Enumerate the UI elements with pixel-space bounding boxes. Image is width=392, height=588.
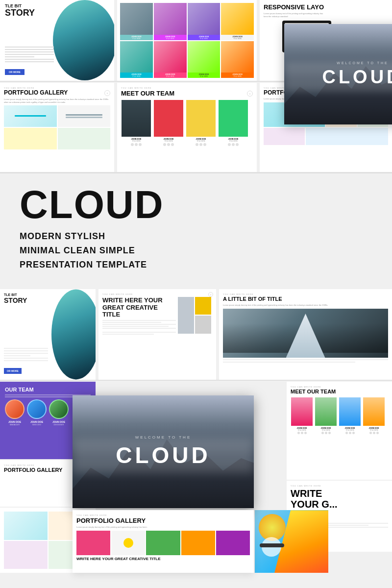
brand-desc: MODERN STYLISH MINIMAL CLEAN SIMPLE PRES… <box>20 229 372 271</box>
mt-right-members: JOHN DOE TITLE HERE JOHN DOE TITLE HERE <box>291 397 388 434</box>
pg-cell-1 <box>4 105 57 127</box>
pcb-desc: Lorem ipsum simply dummy text of the pri… <box>76 526 250 529</box>
pg-cell-4 <box>58 128 111 149</box>
pcb-sub-title: WRITE HERE YOUR GREAT CREATIVE TITLE <box>76 557 250 561</box>
creative-header: YOU CAN WRITE HERE <box>102 293 212 295</box>
mtr-m4: JOHN DOE TITLE HERE <box>363 397 385 434</box>
pcb-c5 <box>216 531 250 555</box>
brand-line3: PRESENTATION TEMPLATE <box>20 258 372 272</box>
bottom-story-btn[interactable]: OR MORE <box>4 368 22 374</box>
pcb-title: PORTFOLIO GALLERY <box>76 517 250 524</box>
pbc-c1 <box>4 512 48 540</box>
bottom-story-slide: TLE BIT Story OR MORE <box>0 289 96 380</box>
pcb-c1 <box>76 531 110 555</box>
portfolio-left-desc: Lorem ipsum simply dummy text of the pri… <box>4 98 110 103</box>
ourteam-title: OUR TEAM <box>5 387 91 392</box>
write-right-header: YOU CAN WRITE HERE <box>291 485 388 487</box>
preview-row1: TLE BIT Story OR MORE YOU CAN WRITE HERE <box>0 289 392 380</box>
team-member-4: JOHN DOE TITLE HERE <box>218 100 248 146</box>
bottom-story-lines <box>4 348 48 363</box>
portfolio-left-grid <box>4 105 110 149</box>
mt-right-header: YOU CAN WRITE HERE <box>291 386 388 388</box>
team-member-2: JOHN DOE TITLE HERE <box>153 100 184 146</box>
pcb-c2 <box>111 531 145 555</box>
cloud-slide-large: WELCOME TO THE CLOUD <box>73 395 254 508</box>
creative-title: WRITE HERE YOUR GREAT CREATIVE TITLE <box>102 297 176 318</box>
preview-gap <box>0 380 392 381</box>
pg-cell-2 <box>58 105 111 127</box>
cloud-title-top: CLOUD <box>322 67 392 88</box>
alittle-image <box>223 309 388 358</box>
team-cell-6: JOHN DOE TITLE HERE <box>154 41 187 78</box>
cloud-welcome-top: WELCOME TO THE <box>322 61 392 65</box>
creative-close-icon: ○ <box>208 292 213 297</box>
team-cell-7: JOHN DOE TITLE HERE <box>188 41 220 78</box>
portfolio-center-bottom: YOU CAN WRITE HERE PORTFOLIO GALLERY Lor… <box>73 510 254 573</box>
portfolio-left-title: PORTFOLIO GALLERY <box>4 90 68 96</box>
portfolio-left-slide: YOU CAN WRITE HERE PORTFOLIO GALLERY ○ L… <box>0 83 114 172</box>
meet-team-right: YOU CAN WRITE HERE MEET OUR TEAM JOHN DO… <box>287 382 392 480</box>
pcb-c4 <box>181 531 215 555</box>
mt-right-title: MEET OUR TEAM <box>291 389 388 394</box>
story-text-lines <box>5 47 54 64</box>
creative-slide: YOU CAN WRITE HERE WRITE HERE YOUR GREAT… <box>98 289 216 380</box>
story-title-top: Story <box>5 8 35 18</box>
ourteam-m1: JOHN DOE MANAGER <box>5 399 24 426</box>
preview-section: TLE BIT Story OR MORE YOU CAN WRITE HERE <box>0 289 392 573</box>
story-slide-top: TLE BIT Story OR MORE <box>0 0 114 81</box>
team-cell-1: JOHN DOE TITLE HERE <box>120 3 153 40</box>
portfolio-right-strip2 <box>264 128 388 145</box>
preview-row2: OUR TEAM JOHN DOE MANAGER <box>0 382 392 573</box>
alittle-title: A Little Bit of Title <box>223 296 388 302</box>
pcb-header: YOU CAN WRITE HERE <box>76 514 250 516</box>
pg-cell-3 <box>4 128 57 149</box>
cloud-text-top: WELCOME TO THE CLOUD <box>322 61 392 88</box>
cloud-large-text: WELCOME TO THE CLOUD <box>116 435 211 468</box>
team-member-1: JOHN DOE TITLE HERE <box>121 100 151 146</box>
team-member-3: JOHN DOE TITLE HERE <box>186 100 216 146</box>
meet-team-members: JOHN DOE TITLE HERE JOHN DOE TITLE HERE <box>121 100 253 146</box>
mtr-m1: JOHN DOE TITLE HERE <box>291 397 313 434</box>
team-grid: JOHN DOE TITLE HERE JOHN DOE TITLE HERE … <box>120 3 254 78</box>
story-button-top[interactable]: OR MORE <box>5 69 24 75</box>
brand-gap <box>0 276 392 284</box>
responsive-desc: Lorem ipsum dummy text of the printing a… <box>264 12 327 18</box>
brand-section: CLOUD MODERN STYLISH MINIMAL CLEAN SIMPL… <box>0 173 392 276</box>
team-cell-4: JOHN DOE TITLE HERE <box>221 3 254 40</box>
team-cell-3: JOHN DOE TITLE HERE <box>188 3 220 40</box>
team-cell-8: JOHN DOE TITLE HERE <box>221 41 254 78</box>
right-col-row2: YOU CAN WRITE HERE PORTFOLIO GALLERY ○ L… <box>260 83 392 172</box>
meet-team-header: YOU CAN WRITE HERE <box>121 87 253 89</box>
brand-line2: MINIMAL CLEAN SIMPLE <box>20 244 372 258</box>
team-cell-5: JOHN DOE TITLE HERE <box>120 41 153 78</box>
meet-team-icon: ○ <box>247 91 253 97</box>
a-little-title-slide: YOU CAN WRITE HERE A Little Bit of Title… <box>219 289 392 380</box>
cloud-large-welcome: WELCOME TO THE <box>116 435 211 440</box>
alittle-desc: Lorem ipsum simply dummy text of the pri… <box>223 304 388 307</box>
meet-team-title: MEET OUR TEAM <box>121 90 174 97</box>
bottom-story-silhouette <box>51 289 96 380</box>
brand-title: CLOUD <box>20 187 372 222</box>
alittle-header: YOU CAN WRITE HERE <box>223 293 388 295</box>
ourteam-m3: JOHN DOE DESIGNER <box>49 399 69 426</box>
cloud-large-title: CLOUD <box>116 442 211 468</box>
cloud-slide-top: WELCOME TO THE CLOUD <box>284 24 392 124</box>
story-silhouette <box>53 0 114 81</box>
mtr-m3: JOHN DOE TITLE HERE <box>339 397 361 434</box>
fashion-slide <box>255 510 328 573</box>
fashion-sunglasses <box>260 543 284 547</box>
meet-team-slide: YOU CAN WRITE HERE MEET OUR TEAM ○ JOHN … <box>117 83 257 172</box>
pcb-c3 <box>146 531 180 555</box>
row2-slides: YOU CAN WRITE HERE PORTFOLIO GALLERY ○ L… <box>0 83 392 172</box>
team-cell-2: JOHN DOE TITLE HERE <box>154 3 187 40</box>
brand-line1: MODERN STYLISH <box>20 229 372 244</box>
pcb-grid <box>76 531 250 555</box>
page-wrapper: TLE BIT Story OR MORE <box>0 0 392 588</box>
mtr-m2: JOHN DOE TITLE HERE <box>315 397 337 434</box>
responsive-title: RESPONSIVE LAYO <box>264 4 388 11</box>
ourteam-m2: JOHN DOE WEB DEV <box>27 399 47 426</box>
pbc-c3 <box>4 541 48 569</box>
portfolio-left-icon: ○ <box>104 90 110 96</box>
team-grid-slide-top: JOHN DOE TITLE HERE JOHN DOE TITLE HERE … <box>117 0 257 81</box>
